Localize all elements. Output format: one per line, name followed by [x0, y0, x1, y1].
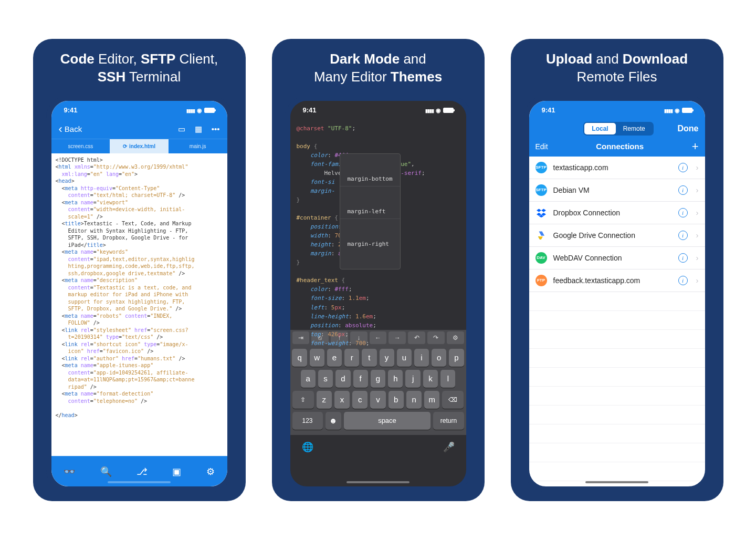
- accessory-key[interactable]: ⚙: [447, 331, 464, 344]
- connections-list: SFTPtextasticapp.comi›SFTPDebian VMi›Dro…: [529, 157, 705, 292]
- code-editor[interactable]: <!DOCTYPE html> <html xmlns="http://www.…: [51, 153, 227, 437]
- local-remote-segment[interactable]: Local Remote: [583, 122, 653, 136]
- structure-icon[interactable]: ⎇: [136, 466, 148, 477]
- info-icon[interactable]: i: [678, 163, 688, 172]
- segment-remote[interactable]: Remote: [616, 123, 653, 134]
- chevron-right-icon: ›: [696, 276, 699, 285]
- key-z[interactable]: z: [317, 391, 332, 409]
- key-l[interactable]: l: [440, 370, 455, 388]
- autocomplete-item[interactable]: margin-right: [340, 237, 400, 251]
- screenshot-card-3: Upload and DownloadRemote Files 9:41 Loc…: [511, 39, 723, 501]
- tab-screen-css[interactable]: screen.css: [51, 139, 110, 153]
- status-bar: 9:41: [290, 101, 466, 120]
- settings-icon[interactable]: ⚙: [206, 466, 215, 477]
- key-v[interactable]: v: [370, 391, 385, 409]
- key-t[interactable]: t: [362, 349, 376, 367]
- autocomplete-item[interactable]: margin-left: [340, 204, 400, 219]
- key-emoji[interactable]: ☻: [326, 412, 341, 430]
- connection-row[interactable]: SFTPtextasticapp.comi›: [529, 157, 705, 179]
- key-a[interactable]: a: [301, 370, 316, 388]
- connection-row[interactable]: FTPfeedback.textasticapp.comi›: [529, 269, 705, 292]
- key-e[interactable]: e: [327, 349, 342, 367]
- info-icon[interactable]: i: [678, 208, 688, 217]
- home-indicator: [108, 481, 171, 483]
- symbols-icon[interactable]: ▦: [195, 124, 202, 134]
- done-button[interactable]: Done: [678, 124, 699, 133]
- signal-icon: [186, 106, 195, 114]
- battery-icon: [204, 108, 215, 113]
- status-time: 9:41: [64, 106, 78, 114]
- key-d[interactable]: d: [335, 370, 350, 388]
- preview-icon[interactable]: 👓: [64, 466, 75, 477]
- page-title: Connections: [596, 142, 644, 151]
- accessory-key[interactable]: →: [388, 331, 406, 344]
- status-bar: 9:41: [51, 101, 227, 120]
- info-icon[interactable]: i: [678, 253, 688, 263]
- accessory-key[interactable]: ↷: [427, 331, 445, 344]
- key-k[interactable]: k: [423, 370, 438, 388]
- key-h[interactable]: h: [388, 370, 403, 388]
- key-p[interactable]: p: [449, 349, 464, 367]
- key-b[interactable]: b: [388, 391, 404, 409]
- connection-row[interactable]: Google Drive Connectioni›: [529, 224, 705, 247]
- search-icon[interactable]: 🔍: [100, 466, 112, 477]
- key-o[interactable]: o: [432, 349, 446, 367]
- info-icon[interactable]: i: [678, 276, 688, 285]
- status-icons: [186, 106, 215, 114]
- segment-local[interactable]: Local: [584, 123, 615, 134]
- phone-editor: 9:41 Back ▭ ▦ ••• screen.css index.html …: [46, 96, 233, 492]
- more-icon[interactable]: •••: [212, 124, 220, 134]
- connection-name: textasticapp.com: [553, 163, 672, 172]
- key-i[interactable]: i: [414, 349, 429, 367]
- add-button[interactable]: +: [692, 140, 699, 153]
- terminal-icon[interactable]: ▣: [172, 466, 181, 477]
- chevron-right-icon: ›: [696, 163, 699, 172]
- tab-main-js[interactable]: main.js: [169, 139, 227, 153]
- key-space[interactable]: space: [344, 412, 431, 430]
- accessory-key[interactable]: ↶: [408, 331, 425, 344]
- key-s[interactable]: s: [318, 370, 333, 388]
- key-w[interactable]: w: [310, 349, 324, 367]
- connection-row[interactable]: DAVWebDAV Connectioni›: [529, 247, 705, 269]
- nav-bar: Local Remote Done Edit Connections +: [529, 120, 705, 157]
- info-icon[interactable]: i: [678, 231, 688, 240]
- status-icons: [425, 106, 454, 114]
- mic-icon[interactable]: 🎤: [443, 441, 455, 453]
- key-r[interactable]: r: [344, 349, 359, 367]
- key-x[interactable]: x: [334, 391, 350, 409]
- connection-badge-icon: DAV: [536, 252, 547, 264]
- key-j[interactable]: j: [405, 370, 420, 388]
- autocomplete-popup[interactable]: margin-bottom margin-left margin-right: [340, 153, 401, 270]
- wifi-icon: [436, 106, 441, 114]
- key-c[interactable]: c: [352, 391, 368, 409]
- key-y[interactable]: y: [380, 349, 394, 367]
- connection-name: Google Drive Connection: [553, 231, 672, 240]
- connection-row[interactable]: Dropbox Connectioni›: [529, 202, 705, 224]
- globe-icon[interactable]: 🌐: [302, 441, 313, 453]
- key-123[interactable]: 123: [292, 412, 323, 430]
- back-button[interactable]: Back: [59, 122, 82, 136]
- key-n[interactable]: n: [406, 391, 422, 409]
- key-u[interactable]: u: [397, 349, 412, 367]
- info-icon[interactable]: i: [678, 185, 688, 195]
- tab-index-html[interactable]: index.html: [110, 139, 169, 153]
- connection-row[interactable]: SFTPDebian VMi›: [529, 179, 705, 202]
- key-⇧[interactable]: ⇧: [292, 391, 314, 409]
- status-icons: [664, 106, 692, 114]
- key-m[interactable]: m: [424, 391, 439, 409]
- autocomplete-item[interactable]: margin-bottom: [340, 172, 400, 186]
- key-⌫[interactable]: ⌫: [442, 391, 464, 409]
- connection-name: WebDAV Connection: [553, 254, 672, 262]
- keyboard-bottom-bar: 🌐 🎤: [290, 435, 466, 459]
- connection-name: Dropbox Connection: [553, 209, 672, 217]
- code-editor-dark[interactable]: @charset "UTF-8"; body { color: #444; fo…: [290, 120, 466, 330]
- signal-icon: [425, 106, 434, 114]
- screenshot-card-1: Code Editor, SFTP Client,SSH Terminal 9:…: [33, 39, 246, 501]
- screenshot-card-2: Dark Mode andMany Editor Themes 9:41 @ch…: [272, 39, 485, 501]
- key-f[interactable]: f: [353, 370, 368, 388]
- screen-icon[interactable]: ▭: [178, 124, 185, 134]
- connection-badge-icon: FTP: [536, 275, 547, 286]
- edit-button[interactable]: Edit: [536, 142, 548, 151]
- key-return[interactable]: return: [433, 412, 464, 430]
- key-g[interactable]: g: [371, 370, 385, 388]
